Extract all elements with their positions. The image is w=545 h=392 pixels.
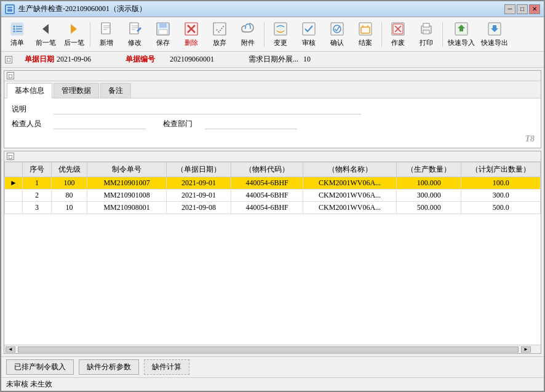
col-header-priority: 优先级: [51, 162, 87, 177]
field-bar-collapse[interactable]: □: [5, 56, 12, 63]
close-case-button[interactable]: 结案: [352, 20, 379, 49]
cell-material-name: CKM2001WV06A...: [303, 190, 397, 202]
col-header-qty: （生产数量）: [397, 162, 461, 177]
sep-2: [264, 22, 265, 47]
inspector-input[interactable]: [54, 118, 146, 129]
table-row[interactable]: 310MM2109080012021-09-08440054-6BHFCKM20…: [5, 202, 541, 214]
next-label: 后一笔: [64, 38, 84, 47]
sep-3: [381, 22, 382, 47]
scrap-button[interactable]: 作废: [384, 20, 412, 49]
prev-button[interactable]: 前一笔: [32, 20, 59, 49]
abandon-button[interactable]: 放弃: [206, 20, 233, 49]
row-arrow-icon: ►: [10, 178, 17, 187]
import-button[interactable]: 快速导入: [445, 20, 477, 49]
attach-icon: [239, 21, 257, 37]
cell-priority: 100: [51, 177, 87, 190]
next-button[interactable]: 后一笔: [60, 20, 87, 49]
audit-button[interactable]: 审核: [295, 20, 322, 49]
list-icon: [9, 21, 26, 37]
table-row[interactable]: ►1100MM2109010072021-09-01440054-6BHFCKM…: [5, 177, 541, 190]
cell-order-no: MM210908001: [87, 202, 167, 214]
svg-rect-27: [274, 23, 287, 35]
hscroll-thumb[interactable]: [18, 346, 519, 353]
cell-date: 2021-09-08: [166, 202, 231, 214]
tab-notes[interactable]: 备注: [100, 83, 131, 98]
basic-info-header: □: [4, 71, 541, 81]
cell-priority: 10: [51, 202, 87, 214]
basic-info-section: □ 基本信息 管理数据 备注 说明 检查人员 检查部门: [4, 70, 541, 148]
new-button[interactable]: 新增: [93, 20, 120, 49]
window-controls: ─ □ ✕: [504, 4, 540, 14]
description-label: 说明: [12, 104, 49, 114]
grid-table-wrapper[interactable]: 序号 优先级 制令单号 （单据日期） （物料代码） （物料名称） （生产数量） …: [4, 162, 541, 345]
cell-material-code: 440054-6BHF: [231, 190, 303, 202]
attach-button[interactable]: 附件: [234, 20, 261, 49]
cell-material-code: 440054-6BHF: [231, 177, 303, 190]
export-button[interactable]: 快速导出: [479, 20, 511, 49]
t8-badge: T8: [525, 134, 535, 144]
bottom-bar: 已排产制令载入 缺件分析参数 缺件计算: [1, 356, 544, 377]
tab-basic-info[interactable]: 基本信息: [7, 83, 52, 98]
cell-date: 2021-09-01: [166, 177, 231, 190]
sep-4: [442, 22, 443, 47]
svg-rect-15: [130, 23, 138, 34]
col-header-order: 制令单号: [87, 162, 167, 177]
col-header-seq: [5, 162, 23, 177]
load-button[interactable]: 已排产制令载入: [6, 359, 74, 375]
app-icon: [5, 4, 15, 14]
sep-1: [90, 22, 90, 47]
cell-order-no: MM210901008: [87, 190, 167, 202]
basic-info-collapse[interactable]: □: [7, 72, 14, 79]
number-value: 202109060001: [170, 55, 214, 64]
table-row[interactable]: 280MM2109010082021-09-01440054-6BHFCKM20…: [5, 190, 541, 202]
row-arrow-cell: [5, 202, 23, 214]
cell-plan-qty: 100.0: [461, 177, 541, 190]
scrap-label: 作废: [391, 38, 405, 47]
edit-label: 修改: [128, 38, 141, 47]
svg-rect-38: [423, 23, 429, 27]
tab-management-data[interactable]: 管理数据: [54, 83, 99, 98]
calc-button[interactable]: 缺件计算: [144, 359, 189, 375]
confirm-icon: [328, 21, 346, 37]
audit-icon: [300, 21, 317, 37]
attach-label: 附件: [241, 38, 255, 47]
clear-button[interactable]: 清单: [4, 20, 31, 49]
delete-icon: [183, 21, 200, 37]
cell-material-name: CKM2001WV06A...: [303, 202, 397, 214]
cell-plan-qty: 300.0: [461, 190, 541, 202]
print-button[interactable]: 打印: [413, 20, 440, 49]
export-label: 快速导出: [481, 38, 508, 47]
cell-priority: 80: [51, 190, 87, 202]
import-icon: [453, 21, 470, 37]
change-icon: [272, 21, 289, 37]
svg-rect-39: [423, 30, 429, 34]
change-button[interactable]: 变更: [267, 20, 294, 49]
horizontal-scrollbar[interactable]: ◄ ►: [4, 345, 541, 353]
svg-rect-0: [7, 6, 13, 12]
new-doc-icon: [98, 21, 115, 37]
grid-header: □: [4, 151, 541, 162]
print-label: 打印: [420, 38, 433, 47]
confirm-button[interactable]: 确认: [324, 20, 351, 49]
title-bar: 生产缺件检查-202109060001（演示版） ─ □ ✕: [1, 1, 544, 17]
new-label: 新增: [100, 38, 113, 47]
description-input[interactable]: [54, 103, 361, 114]
row-arrow-cell: ►: [5, 177, 23, 190]
grid-collapse[interactable]: □: [7, 153, 14, 160]
tabs-bar: 基本信息 管理数据 备注: [4, 81, 541, 98]
minimize-btn[interactable]: ─: [504, 4, 515, 14]
delete-button[interactable]: 删除: [178, 20, 205, 49]
svg-marker-10: [71, 24, 77, 34]
params-button[interactable]: 缺件分析参数: [79, 359, 139, 375]
cell-qty: 100.000: [397, 177, 461, 190]
import-label: 快速导入: [448, 38, 475, 47]
arrow-left-icon: [37, 21, 54, 37]
save-button[interactable]: 保存: [149, 20, 177, 49]
dept-input[interactable]: [205, 118, 297, 129]
close-btn[interactable]: ✕: [529, 4, 540, 14]
maximize-btn[interactable]: □: [517, 4, 528, 14]
edit-button[interactable]: 修改: [121, 20, 148, 49]
window-title: 生产缺件检查-202109060001（演示版）: [18, 4, 146, 14]
save-label: 保存: [156, 38, 170, 47]
cell-seq: 1: [23, 177, 52, 190]
